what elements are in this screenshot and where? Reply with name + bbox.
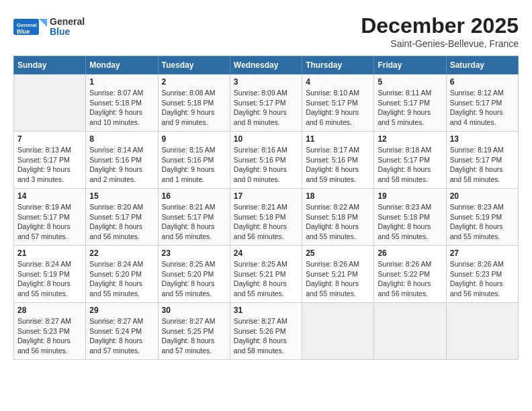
day-detail: Sunrise: 8:24 AMSunset: 5:19 PMDaylight:… [17, 259, 82, 299]
logo: General Blue General Blue [13, 13, 85, 40]
day-number: 10 [234, 134, 298, 144]
calendar-cell: 13Sunrise: 8:19 AMSunset: 5:17 PMDayligh… [446, 132, 518, 189]
header-wednesday: Wednesday [230, 56, 302, 75]
calendar-cell [14, 75, 86, 132]
calendar-cell: 15Sunrise: 8:20 AMSunset: 5:17 PMDayligh… [86, 189, 158, 246]
day-detail: Sunrise: 8:26 AMSunset: 5:23 PMDaylight:… [450, 259, 515, 299]
calendar-cell: 18Sunrise: 8:22 AMSunset: 5:18 PMDayligh… [302, 189, 374, 246]
calendar-cell: 10Sunrise: 8:16 AMSunset: 5:16 PMDayligh… [230, 132, 302, 189]
calendar-cell: 20Sunrise: 8:23 AMSunset: 5:19 PMDayligh… [446, 189, 518, 246]
day-detail: Sunrise: 8:17 AMSunset: 5:16 PMDaylight:… [306, 145, 370, 185]
calendar-cell [302, 303, 374, 360]
calendar-cell: 31Sunrise: 8:27 AMSunset: 5:26 PMDayligh… [230, 303, 302, 360]
calendar-header-row: SundayMondayTuesdayWednesdayThursdayFrid… [14, 56, 519, 75]
calendar-cell [446, 303, 518, 360]
day-number: 31 [234, 306, 298, 315]
day-detail: Sunrise: 8:27 AMSunset: 5:23 PMDaylight:… [17, 316, 82, 356]
day-detail: Sunrise: 8:16 AMSunset: 5:16 PMDaylight:… [234, 145, 298, 185]
calendar-cell: 11Sunrise: 8:17 AMSunset: 5:16 PMDayligh… [302, 132, 374, 189]
svg-text:Blue: Blue [17, 28, 30, 35]
logo-general-text: General [50, 17, 85, 27]
day-number: 16 [162, 191, 226, 201]
day-detail: Sunrise: 8:27 AMSunset: 5:24 PMDaylight:… [89, 316, 154, 356]
header-thursday: Thursday [302, 56, 374, 75]
day-number: 3 [234, 77, 298, 87]
day-detail: Sunrise: 8:18 AMSunset: 5:17 PMDaylight:… [378, 145, 442, 185]
header-tuesday: Tuesday [158, 56, 230, 75]
day-number: 4 [306, 77, 370, 87]
location-subtitle: Saint-Genies-Bellevue, France [361, 38, 519, 49]
day-detail: Sunrise: 8:15 AMSunset: 5:16 PMDaylight:… [162, 145, 226, 185]
day-number: 5 [378, 77, 442, 87]
day-number: 14 [17, 191, 82, 201]
day-number: 23 [162, 248, 226, 258]
day-number: 30 [162, 306, 226, 315]
calendar-week-2: 7Sunrise: 8:13 AMSunset: 5:17 PMDaylight… [14, 132, 519, 189]
day-detail: Sunrise: 8:26 AMSunset: 5:22 PMDaylight:… [378, 259, 442, 299]
day-number: 8 [89, 134, 154, 144]
day-number: 13 [450, 134, 515, 144]
day-number: 27 [450, 248, 515, 258]
day-detail: Sunrise: 8:25 AMSunset: 5:21 PMDaylight:… [234, 259, 298, 299]
day-number: 15 [89, 191, 154, 201]
calendar-week-5: 28Sunrise: 8:27 AMSunset: 5:23 PMDayligh… [14, 303, 519, 360]
day-detail: Sunrise: 8:22 AMSunset: 5:18 PMDaylight:… [306, 202, 370, 242]
day-detail: Sunrise: 8:27 AMSunset: 5:26 PMDaylight:… [234, 316, 298, 356]
calendar-cell: 23Sunrise: 8:25 AMSunset: 5:20 PMDayligh… [158, 246, 230, 303]
calendar-cell: 17Sunrise: 8:21 AMSunset: 5:18 PMDayligh… [230, 189, 302, 246]
day-number: 6 [450, 77, 515, 87]
day-detail: Sunrise: 8:24 AMSunset: 5:20 PMDaylight:… [89, 259, 154, 299]
day-detail: Sunrise: 8:13 AMSunset: 5:17 PMDaylight:… [17, 145, 82, 185]
calendar-cell: 12Sunrise: 8:18 AMSunset: 5:17 PMDayligh… [374, 132, 446, 189]
day-number: 24 [234, 248, 298, 258]
calendar-cell [374, 303, 446, 360]
day-number: 11 [306, 134, 370, 144]
calendar-table: SundayMondayTuesdayWednesdayThursdayFrid… [13, 56, 519, 360]
calendar-cell: 28Sunrise: 8:27 AMSunset: 5:23 PMDayligh… [14, 303, 86, 360]
calendar-cell: 1Sunrise: 8:07 AMSunset: 5:18 PMDaylight… [86, 75, 158, 132]
day-detail: Sunrise: 8:23 AMSunset: 5:19 PMDaylight:… [450, 202, 515, 242]
day-number: 12 [378, 134, 442, 144]
calendar-cell: 14Sunrise: 8:19 AMSunset: 5:17 PMDayligh… [14, 189, 86, 246]
calendar-cell: 27Sunrise: 8:26 AMSunset: 5:23 PMDayligh… [446, 246, 518, 303]
day-number: 7 [17, 134, 82, 144]
day-detail: Sunrise: 8:19 AMSunset: 5:17 PMDaylight:… [450, 145, 515, 185]
header-monday: Monday [86, 56, 158, 75]
day-detail: Sunrise: 8:11 AMSunset: 5:17 PMDaylight:… [378, 88, 442, 128]
day-detail: Sunrise: 8:14 AMSunset: 5:16 PMDaylight:… [89, 145, 154, 185]
calendar-cell: 4Sunrise: 8:10 AMSunset: 5:17 PMDaylight… [302, 75, 374, 132]
day-detail: Sunrise: 8:19 AMSunset: 5:17 PMDaylight:… [17, 202, 82, 242]
calendar-cell: 21Sunrise: 8:24 AMSunset: 5:19 PMDayligh… [14, 246, 86, 303]
day-detail: Sunrise: 8:09 AMSunset: 5:17 PMDaylight:… [234, 88, 298, 128]
day-number: 26 [378, 248, 442, 258]
day-detail: Sunrise: 8:10 AMSunset: 5:17 PMDaylight:… [306, 88, 370, 128]
calendar-cell: 5Sunrise: 8:11 AMSunset: 5:17 PMDaylight… [374, 75, 446, 132]
day-detail: Sunrise: 8:07 AMSunset: 5:18 PMDaylight:… [89, 88, 154, 128]
day-number: 1 [89, 77, 154, 87]
calendar-week-1: 1Sunrise: 8:07 AMSunset: 5:18 PMDaylight… [14, 75, 519, 132]
logo-blue-text: Blue [50, 27, 85, 37]
calendar-cell: 26Sunrise: 8:26 AMSunset: 5:22 PMDayligh… [374, 246, 446, 303]
day-number: 18 [306, 191, 370, 201]
calendar-cell: 19Sunrise: 8:23 AMSunset: 5:18 PMDayligh… [374, 189, 446, 246]
calendar-week-3: 14Sunrise: 8:19 AMSunset: 5:17 PMDayligh… [14, 189, 519, 246]
calendar-cell: 24Sunrise: 8:25 AMSunset: 5:21 PMDayligh… [230, 246, 302, 303]
logo-icon: General Blue [13, 13, 47, 40]
calendar-cell: 3Sunrise: 8:09 AMSunset: 5:17 PMDaylight… [230, 75, 302, 132]
day-number: 20 [450, 191, 515, 201]
svg-marker-3 [39, 19, 47, 27]
day-number: 22 [89, 248, 154, 258]
calendar-cell: 25Sunrise: 8:26 AMSunset: 5:21 PMDayligh… [302, 246, 374, 303]
month-title: December 2025 [361, 13, 519, 38]
day-detail: Sunrise: 8:08 AMSunset: 5:18 PMDaylight:… [162, 88, 226, 128]
day-detail: Sunrise: 8:12 AMSunset: 5:17 PMDaylight:… [450, 88, 515, 128]
calendar-cell: 6Sunrise: 8:12 AMSunset: 5:17 PMDaylight… [446, 75, 518, 132]
header-sunday: Sunday [14, 56, 86, 75]
calendar-cell: 8Sunrise: 8:14 AMSunset: 5:16 PMDaylight… [86, 132, 158, 189]
svg-text:General: General [17, 22, 37, 28]
day-detail: Sunrise: 8:27 AMSunset: 5:25 PMDaylight:… [162, 316, 226, 356]
day-number: 19 [378, 191, 442, 201]
day-detail: Sunrise: 8:21 AMSunset: 5:18 PMDaylight:… [234, 202, 298, 242]
calendar-cell: 7Sunrise: 8:13 AMSunset: 5:17 PMDaylight… [14, 132, 86, 189]
day-detail: Sunrise: 8:25 AMSunset: 5:20 PMDaylight:… [162, 259, 226, 299]
